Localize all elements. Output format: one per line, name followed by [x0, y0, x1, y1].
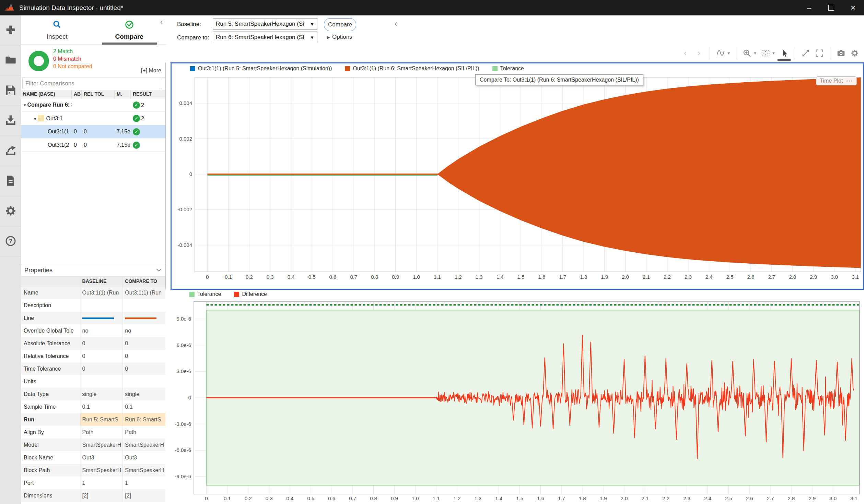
compare-to-value: 0.1: [122, 400, 165, 413]
svg-text:1.7: 1.7: [558, 495, 565, 501]
property-row: RunRun 5: SmartSRun 6: SmartS: [21, 413, 165, 426]
compare-line-swatch[interactable]: [122, 312, 165, 324]
dropdown-arrow-icon: ▼: [753, 51, 757, 55]
compare-to-value[interactable]: 0: [122, 350, 165, 362]
close-button[interactable]: ×: [842, 0, 864, 15]
collapse-panel-icon[interactable]: ‹: [160, 17, 163, 26]
more-link[interactable]: [+] More: [141, 68, 161, 74]
tree-row[interactable]: Out3:1(1007.15e✓: [21, 125, 165, 139]
next-arrow-icon[interactable]: ›: [694, 46, 704, 60]
cursor-icon[interactable]: [779, 46, 789, 60]
svg-text:-6.0e-6: -6.0e-6: [175, 447, 191, 453]
svg-text:2.2: 2.2: [664, 274, 671, 280]
col-rel-tol[interactable]: REL TOL: [82, 90, 115, 98]
svg-text:0.2: 0.2: [245, 495, 252, 501]
help-icon: ?: [4, 235, 17, 249]
tree-row[interactable]: ▾Out3:1✓2: [21, 112, 165, 125]
svg-text:3.0e-6: 3.0e-6: [176, 368, 191, 374]
collapse-properties-icon[interactable]: [156, 267, 162, 274]
tree-row[interactable]: Out3:1(2007.15e✓: [21, 139, 165, 152]
col-result[interactable]: RESULT: [131, 90, 165, 98]
svg-text:-0.004: -0.004: [177, 242, 192, 248]
property-label: Sample Time: [21, 404, 80, 410]
svg-text:-0.002: -0.002: [177, 206, 192, 212]
svg-text:0: 0: [205, 495, 208, 501]
maximize-button[interactable]: [820, 0, 842, 15]
tab-compare[interactable]: Compare: [93, 15, 166, 45]
tree-row[interactable]: ▾Compare Run 6: SmartSpeakerHe✓2: [21, 98, 165, 112]
difference-plot-canvas[interactable]: 00.10.20.30.40.50.60.70.80.91.01.11.21.3…: [165, 290, 864, 504]
col-name-base[interactable]: NAME (BASE): [21, 90, 72, 98]
expand-icon[interactable]: [801, 46, 811, 60]
property-row: Time Tolerance00: [21, 362, 165, 375]
filter-comparisons-input[interactable]: [22, 78, 161, 89]
svg-text:3.0: 3.0: [831, 274, 838, 280]
not-compared-count: 0 Not compared: [53, 63, 92, 70]
minimize-button[interactable]: –: [798, 0, 820, 15]
compare-to-select[interactable]: Run 6: SmartSpeakerHexagon (SI ▼: [213, 32, 317, 43]
tab-inspect[interactable]: Inspect: [21, 15, 93, 45]
prev-arrow-icon[interactable]: ‹: [680, 46, 690, 60]
compare-button[interactable]: Compare: [324, 18, 356, 31]
options-label: Options: [332, 34, 352, 40]
rel-tol-cell[interactable]: 0: [82, 142, 115, 148]
svg-text:0.4: 0.4: [288, 274, 295, 280]
properties-title: Properties: [24, 267, 52, 274]
compare-to-value: Run 6: SmartSpeakerHexagon (SI: [216, 34, 310, 41]
svg-text:3.1: 3.1: [852, 274, 859, 280]
baseline-value[interactable]: 0: [80, 350, 123, 362]
svg-text:1.2: 1.2: [455, 274, 462, 280]
zoom-icon[interactable]: ▼: [742, 46, 757, 60]
svg-text:3.1: 3.1: [850, 495, 857, 501]
baseline-line-swatch[interactable]: [80, 312, 123, 324]
time-plot-panel[interactable]: Out3:1(1) (Run 5: SmartSpeakerHexagon (S…: [171, 62, 864, 290]
matlab-logo-icon: [4, 2, 14, 14]
expander-icon[interactable]: ▾: [24, 103, 26, 108]
abs-tol-cell[interactable]: 0: [72, 142, 82, 148]
svg-text:0.6: 0.6: [329, 274, 337, 280]
time-plot-canvas[interactable]: 00.10.20.30.40.50.60.70.80.91.01.11.21.3…: [172, 63, 863, 289]
collapse-bar-icon[interactable]: ‹: [395, 19, 397, 28]
mismatch-count: 0 Mismatch: [53, 55, 92, 63]
report-button[interactable]: [0, 166, 21, 196]
preferences-gear-button[interactable]: [0, 196, 21, 227]
signal-trace-icon[interactable]: ▼: [715, 46, 731, 60]
comparison-summary: 2 Match 0 Mismatch 0 Not compared [+] Mo…: [21, 45, 165, 77]
export-button[interactable]: [0, 136, 21, 166]
svg-text:0.7: 0.7: [350, 274, 357, 280]
compare-to-value: SmartSpeakerH: [122, 439, 165, 451]
save-button[interactable]: [0, 76, 21, 106]
col-max-diff[interactable]: M.: [115, 90, 131, 98]
pass-check-icon: ✓: [133, 115, 140, 122]
compare-to-value[interactable]: 0: [122, 362, 165, 375]
baseline-select[interactable]: Run 5: SmartSpeakerHexagon (Si ▼: [213, 18, 317, 30]
baseline-value[interactable]: 0: [80, 362, 123, 375]
gear-icon[interactable]: [850, 46, 860, 60]
property-label: Model: [21, 442, 80, 448]
col-abs-tol[interactable]: ABS TOL: [72, 90, 82, 98]
difference-plot-panel[interactable]: ToleranceDifference 00.10.20.30.40.50.60…: [165, 290, 864, 504]
help-button[interactable]: ?: [0, 227, 21, 257]
expander-icon[interactable]: ▾: [34, 116, 36, 121]
fullscreen-icon[interactable]: [814, 46, 825, 60]
add-button[interactable]: [0, 15, 21, 46]
options-expander[interactable]: ▶Options: [327, 34, 352, 40]
magnifier-icon: [52, 20, 62, 31]
baseline-value[interactable]: no: [80, 324, 123, 337]
import-icon: [4, 114, 17, 128]
camera-icon[interactable]: [836, 46, 846, 60]
fit-view-icon[interactable]: ▼: [760, 46, 775, 60]
open-folder-button[interactable]: [0, 46, 21, 76]
svg-text:2.4: 2.4: [705, 274, 713, 280]
import-button[interactable]: [0, 106, 21, 136]
svg-text:0.9: 0.9: [392, 274, 399, 280]
property-label: Align By: [21, 429, 80, 435]
svg-text:2.1: 2.1: [641, 495, 649, 501]
toolbar-separator: [830, 47, 830, 59]
compare-to-value[interactable]: no: [122, 324, 165, 337]
rel-tol-cell[interactable]: 0: [82, 129, 115, 135]
compare-to-value[interactable]: 0: [122, 337, 165, 350]
baseline-value[interactable]: 0: [80, 337, 123, 350]
plot-menu-dots[interactable]: •••: [846, 79, 853, 84]
abs-tol-cell[interactable]: 0: [72, 129, 82, 135]
